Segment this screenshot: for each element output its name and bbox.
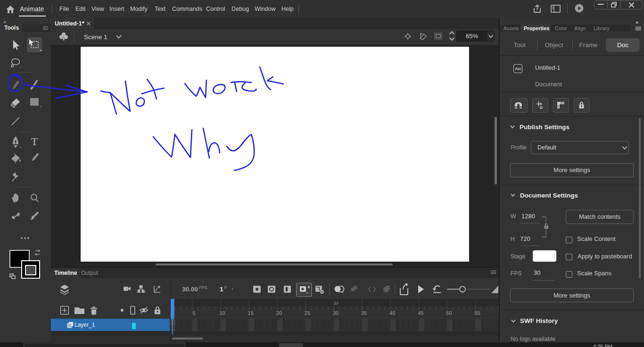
svg-text:20: 20 (276, 310, 282, 316)
svg-text:T: T (31, 135, 38, 148)
svg-text:5: 5 (192, 310, 195, 316)
svg-text:50: 50 (446, 310, 452, 316)
svg-text:55: 55 (474, 310, 480, 316)
svg-text:40: 40 (389, 310, 395, 316)
svg-text:30: 30 (333, 310, 339, 316)
svg-text:45: 45 (418, 310, 423, 316)
svg-text:1s: 1s (334, 301, 339, 306)
svg-text:25: 25 (305, 310, 310, 316)
svg-text:10: 10 (219, 310, 225, 316)
svg-text:35: 35 (361, 310, 367, 316)
svg-text:15: 15 (248, 310, 254, 316)
